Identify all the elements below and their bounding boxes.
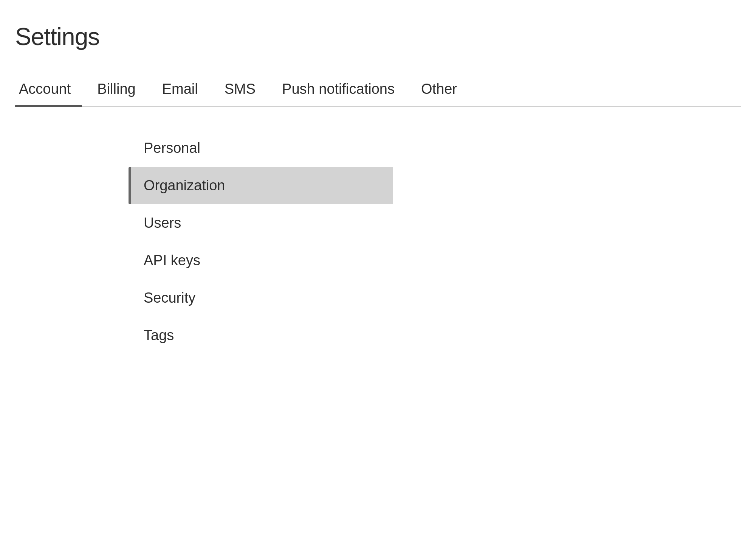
tab-email[interactable]: Email [158,73,209,106]
tab-push-notifications[interactable]: Push notifications [278,73,406,106]
tab-account[interactable]: Account [15,73,82,106]
sub-nav-item-personal[interactable]: Personal [129,129,393,167]
tab-sms[interactable]: SMS [221,73,267,106]
sub-nav-item-organization[interactable]: Organization [129,167,393,204]
sub-nav-item-api-keys[interactable]: API keys [129,242,393,279]
sub-nav: PersonalOrganizationUsersAPI keysSecurit… [129,129,393,354]
tab-billing[interactable]: Billing [93,73,147,106]
content-area: PersonalOrganizationUsersAPI keysSecurit… [15,129,741,354]
tabs-list: AccountBillingEmailSMSPush notifications… [15,73,741,106]
page-title: Settings [15,23,741,51]
sub-nav-item-users[interactable]: Users [129,204,393,242]
tabs-container: AccountBillingEmailSMSPush notifications… [15,73,741,107]
sub-nav-item-tags[interactable]: Tags [129,317,393,354]
page-container: Settings AccountBillingEmailSMSPush noti… [0,0,756,369]
sub-nav-item-security[interactable]: Security [129,279,393,317]
tab-other[interactable]: Other [417,73,468,106]
